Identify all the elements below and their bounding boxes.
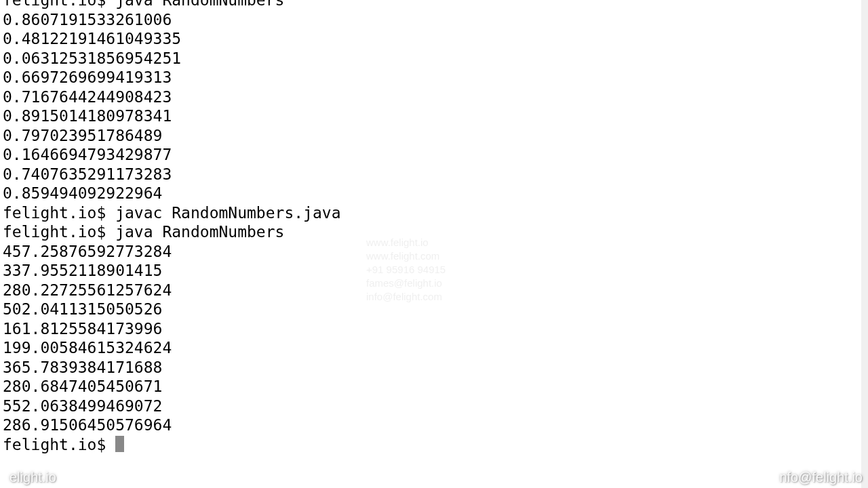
line-text: 552.0638499469072 — [3, 397, 162, 415]
output-line: felight.io$ java RandomNumbers — [3, 222, 868, 242]
line-text: felight.io$ javac RandomNumbers.java — [3, 204, 341, 222]
output-line: 0.797023951786489 — [3, 126, 868, 146]
terminal-output[interactable]: felight.io$ java RandomNumbers0.86071915… — [3, 0, 868, 454]
line-text: 280.22725561257624 — [3, 281, 172, 299]
output-line: 502.0411315050526 — [3, 300, 868, 319]
output-line: 552.0638499469072 — [3, 396, 868, 416]
line-text: felight.io$ — [3, 436, 115, 453]
line-text: 0.1646694793429877 — [3, 146, 172, 163]
line-text: 0.8607191533261006 — [3, 11, 172, 28]
line-text: felight.io$ java RandomNumbers — [3, 0, 284, 9]
line-text: 0.06312531856954251 — [3, 49, 181, 67]
line-text: 0.7407635291173283 — [3, 165, 172, 183]
output-line: 0.7167644244908423 — [3, 87, 868, 107]
output-line: 0.7407635291173283 — [3, 165, 868, 184]
line-text: 502.0411315050526 — [3, 300, 162, 318]
footer-right: nfo@felight.io — [779, 468, 863, 487]
footer-left: elight.io — [9, 468, 56, 487]
output-line: 0.6697269699419313 — [3, 68, 868, 87]
output-line: 0.48122191461049335 — [3, 29, 868, 49]
line-text: 0.8915014180978341 — [3, 107, 172, 125]
output-line: 365.7839384171688 — [3, 358, 868, 378]
output-line: 280.22725561257624 — [3, 281, 868, 300]
line-text: 0.797023951786489 — [3, 127, 162, 144]
line-text: 337.9552118901415 — [3, 262, 162, 279]
output-line: 337.9552118901415 — [3, 261, 868, 281]
output-line: 0.8607191533261006 — [3, 10, 868, 30]
line-text: 0.6697269699419313 — [3, 68, 172, 86]
line-text: felight.io$ java RandomNumbers — [3, 223, 284, 241]
output-line: 161.8125584173996 — [3, 319, 868, 339]
output-line: 199.00584615324624 — [3, 338, 868, 358]
output-line: 0.1646694793429877 — [3, 145, 868, 165]
output-line: 457.25876592773284 — [3, 242, 868, 262]
output-line: 0.06312531856954251 — [3, 49, 868, 68]
line-text: 457.25876592773284 — [3, 243, 172, 260]
line-text: 199.00584615324624 — [3, 339, 172, 357]
line-text: 280.6847405450671 — [3, 378, 162, 395]
line-text: 0.859494092922964 — [3, 184, 162, 202]
line-text: 0.48122191461049335 — [3, 30, 181, 47]
output-line: 0.8915014180978341 — [3, 106, 868, 126]
output-line: felight.io$ javac RandomNumbers.java — [3, 203, 868, 223]
prompt-line: felight.io$ — [3, 435, 868, 455]
output-line: 286.91506450576964 — [3, 415, 868, 435]
output-line: 280.6847405450671 — [3, 377, 868, 396]
output-line: felight.io$ java RandomNumbers — [3, 0, 868, 10]
line-text: 286.91506450576964 — [3, 416, 172, 434]
line-text: 365.7839384171688 — [3, 359, 162, 376]
line-text: 0.7167644244908423 — [3, 88, 172, 106]
output-line: 0.859494092922964 — [3, 184, 868, 203]
cursor — [115, 436, 124, 452]
line-text: 161.8125584173996 — [3, 320, 162, 338]
